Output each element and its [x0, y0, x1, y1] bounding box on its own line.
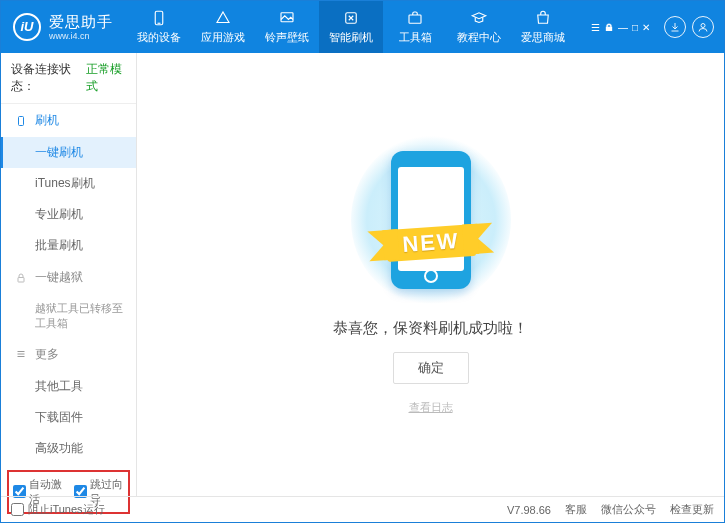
- body: 设备连接状态： 正常模式 刷机 一键刷机 iTunes刷机 专业刷机 批量刷机 …: [1, 53, 724, 496]
- main-nav: 我的设备 应用游戏 铃声壁纸 智能刷机 工具箱 教程中心: [127, 1, 575, 53]
- window-buttons: ☰ 🔒︎ — □ ✕: [591, 22, 650, 33]
- lock-small-icon: [15, 272, 27, 284]
- phone-illustration-icon: [391, 151, 471, 289]
- connection-status: 设备连接状态： 正常模式: [1, 53, 136, 104]
- ok-button[interactable]: 确定: [393, 352, 469, 384]
- nav-toolbox[interactable]: 工具箱: [383, 1, 447, 53]
- status-value: 正常模式: [86, 61, 126, 95]
- account-button[interactable]: [692, 16, 714, 38]
- svg-rect-4: [409, 15, 421, 23]
- svg-rect-6: [19, 116, 24, 125]
- app-name: 爱思助手: [49, 13, 113, 31]
- sidebar-item-pro-flash[interactable]: 专业刷机: [1, 199, 136, 230]
- minimize-icon[interactable]: —: [618, 22, 628, 33]
- sidebar-item-advanced[interactable]: 高级功能: [1, 433, 136, 464]
- sidebar-item-download-firmware[interactable]: 下载固件: [1, 402, 136, 433]
- download-button[interactable]: [664, 16, 686, 38]
- titlebar-right: ☰ 🔒︎ — □ ✕: [591, 16, 724, 38]
- check-update-link[interactable]: 检查更新: [670, 502, 714, 517]
- status-label: 设备连接状态：: [11, 61, 80, 95]
- nav-label: 我的设备: [137, 30, 181, 45]
- apps-icon: [214, 9, 232, 27]
- nav-store[interactable]: 爱思商城: [511, 1, 575, 53]
- customer-service-link[interactable]: 客服: [565, 502, 587, 517]
- wechat-link[interactable]: 微信公众号: [601, 502, 656, 517]
- app-logo: iU 爱思助手 www.i4.cn: [1, 13, 127, 42]
- nav-my-device[interactable]: 我的设备: [127, 1, 191, 53]
- flash-icon: [342, 9, 360, 27]
- list-icon: [15, 348, 27, 360]
- nav-label: 工具箱: [399, 30, 432, 45]
- logo-icon: iU: [13, 13, 41, 41]
- wallpaper-icon: [278, 9, 296, 27]
- sidebar: 设备连接状态： 正常模式 刷机 一键刷机 iTunes刷机 专业刷机 批量刷机 …: [1, 53, 137, 496]
- category-label: 刷机: [35, 112, 59, 129]
- sidebar-item-itunes-flash[interactable]: iTunes刷机: [1, 168, 136, 199]
- app-window: iU 爱思助手 www.i4.cn 我的设备 应用游戏 铃声壁纸 智能刷机: [0, 0, 725, 523]
- statusbar: 阻止iTunes运行 V7.98.66 客服 微信公众号 检查更新: [1, 496, 724, 522]
- sidebar-item-one-click-flash[interactable]: 一键刷机: [1, 137, 136, 168]
- category-flash[interactable]: 刷机: [1, 104, 136, 137]
- svg-point-5: [701, 24, 705, 28]
- toolbox-icon: [406, 9, 424, 27]
- category-label: 一键越狱: [35, 269, 83, 286]
- view-log-link[interactable]: 查看日志: [409, 400, 453, 415]
- category-more[interactable]: 更多: [1, 338, 136, 371]
- main-panel: NEW 恭喜您，保资料刷机成功啦！ 确定 查看日志: [137, 53, 724, 496]
- nav-label: 智能刷机: [329, 30, 373, 45]
- block-itunes-checkbox[interactable]: 阻止iTunes运行: [11, 502, 105, 517]
- nav-tutorials[interactable]: 教程中心: [447, 1, 511, 53]
- phone-small-icon: [15, 115, 27, 127]
- graduation-icon: [470, 9, 488, 27]
- maximize-icon[interactable]: □: [632, 22, 638, 33]
- lock-icon[interactable]: 🔒︎: [604, 22, 614, 33]
- nav-apps-games[interactable]: 应用游戏: [191, 1, 255, 53]
- sidebar-item-other-tools[interactable]: 其他工具: [1, 371, 136, 402]
- menu-icon[interactable]: ☰: [591, 22, 600, 33]
- app-url: www.i4.cn: [49, 31, 113, 42]
- svg-rect-7: [18, 277, 24, 282]
- nav-label: 应用游戏: [201, 30, 245, 45]
- phone-icon: [150, 9, 168, 27]
- new-ribbon: NEW: [385, 223, 476, 261]
- jailbreak-moved-note: 越狱工具已转移至工具箱: [1, 294, 136, 338]
- success-message: 恭喜您，保资料刷机成功啦！: [333, 319, 528, 338]
- success-illustration: NEW: [351, 135, 511, 305]
- category-label: 更多: [35, 346, 59, 363]
- nav-label: 铃声壁纸: [265, 30, 309, 45]
- category-jailbreak[interactable]: 一键越狱: [1, 261, 136, 294]
- titlebar: iU 爱思助手 www.i4.cn 我的设备 应用游戏 铃声壁纸 智能刷机: [1, 1, 724, 53]
- version-text: V7.98.66: [507, 504, 551, 516]
- close-icon[interactable]: ✕: [642, 22, 650, 33]
- store-icon: [534, 9, 552, 27]
- nav-ringtones[interactable]: 铃声壁纸: [255, 1, 319, 53]
- sidebar-item-batch-flash[interactable]: 批量刷机: [1, 230, 136, 261]
- nav-smart-flash[interactable]: 智能刷机: [319, 1, 383, 53]
- nav-label: 教程中心: [457, 30, 501, 45]
- nav-label: 爱思商城: [521, 30, 565, 45]
